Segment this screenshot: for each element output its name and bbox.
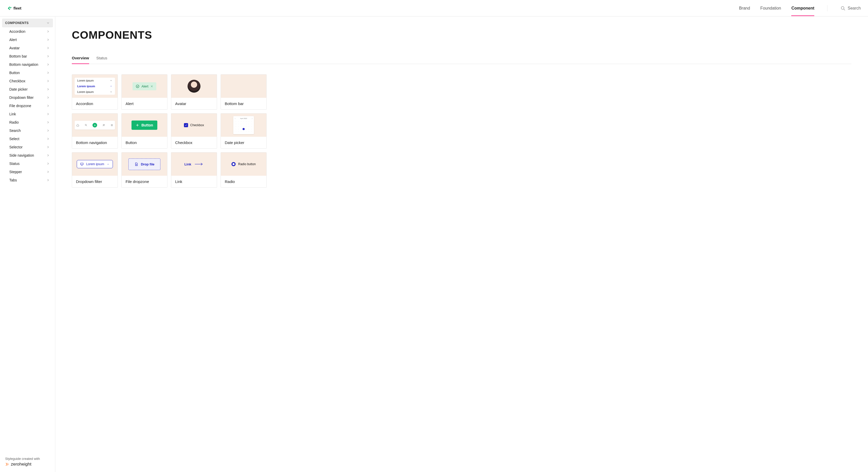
card-bottom-bar[interactable]: Bottom bar: [221, 74, 267, 110]
zeroheight-brand[interactable]: zeroheight: [5, 462, 50, 467]
calendar-cell: ·: [248, 120, 250, 122]
radio-checked-icon: [231, 162, 236, 166]
svg-line-1: [844, 9, 845, 10]
chevron-right-icon: [46, 38, 50, 41]
radio-preview: Radio button: [231, 162, 256, 166]
chevron-right-icon: [46, 162, 50, 165]
svg-point-8: [104, 125, 104, 126]
nav-component[interactable]: Component: [791, 1, 814, 16]
sidebar-item-label: Radio: [9, 120, 19, 124]
sidebar-item-accordion[interactable]: Accordion: [2, 27, 53, 36]
sidebar-item-tabs[interactable]: Tabs: [2, 176, 53, 184]
sidebar-item-radio[interactable]: Radio: [2, 118, 53, 127]
search-button[interactable]: Search: [840, 6, 861, 11]
calendar-cell: ·: [235, 128, 237, 130]
card-accordion[interactable]: Lorem ipsum Lorem ipsum Lorem ipsum Acco…: [72, 74, 118, 110]
card-label: Bottom bar: [221, 98, 266, 109]
primary-nav: Brand Foundation Component Search: [739, 1, 861, 16]
sidebar-item-alert[interactable]: Alert: [2, 36, 53, 44]
chevron-right-icon: [46, 178, 50, 182]
card-file-dropzone[interactable]: Drop file File dropzone: [121, 152, 167, 188]
chevron-right-icon: [46, 154, 50, 157]
checkbox-checked-icon: ✓: [184, 123, 188, 127]
card-checkbox[interactable]: ✓ Checkbox Checkbox: [171, 113, 217, 149]
calendar-cell: ·: [238, 128, 240, 130]
nav-brand[interactable]: Brand: [739, 1, 750, 16]
accordion-row-label: Lorem ipsum: [77, 85, 95, 88]
tab-status[interactable]: Status: [96, 56, 107, 64]
sidebar-group-components[interactable]: COMPONENTS: [2, 19, 53, 27]
sidebar-item-label: Select: [9, 137, 20, 141]
checkbox-preview: ✓ Checkbox: [184, 123, 204, 127]
card-bottom-navigation[interactable]: + Bottom navigation: [72, 113, 118, 149]
avatar-preview: [188, 80, 200, 93]
calendar-cell: ·: [238, 126, 240, 128]
sidebar-item-button[interactable]: Button: [2, 69, 53, 77]
calendar-cell: ·: [250, 126, 252, 128]
sidebar-item-label: Checkbox: [9, 79, 25, 83]
calendar-cell: ·: [240, 126, 242, 128]
page-tabs: Overview Status: [72, 56, 851, 64]
link-preview: Link: [184, 162, 204, 166]
sidebar-item-checkbox[interactable]: Checkbox: [2, 77, 53, 85]
card-preview: [171, 75, 217, 98]
check-circle-icon: [135, 85, 140, 88]
accordion-row-label: Lorem ipsum: [77, 79, 94, 82]
card-label: Dropdown filter: [72, 176, 118, 188]
sidebar-item-search[interactable]: Search: [2, 127, 53, 135]
sidebar-item-label: Bottom navigation: [9, 63, 38, 67]
sidebar-item-label: Search: [9, 129, 21, 133]
card-alert[interactable]: Alert Alert: [121, 74, 167, 110]
calendar-year: 2022: [244, 118, 247, 119]
card-preview: Link: [171, 153, 217, 176]
card-avatar[interactable]: Avatar: [171, 74, 217, 110]
link-text: Link: [184, 162, 191, 166]
content-area: COMPONENTS Overview Status Lorem ipsum L…: [55, 16, 868, 472]
chevron-right-icon: [46, 79, 50, 83]
nav-foundation[interactable]: Foundation: [760, 1, 781, 16]
sidebar-item-label: Button: [9, 71, 20, 75]
sidebar-item-dropdown-filter[interactable]: Dropdown filter: [2, 93, 53, 102]
sidebar-item-label: Date picker: [9, 87, 28, 91]
sidebar-item-link[interactable]: Link: [2, 110, 53, 118]
brand-logo[interactable]: fleet: [7, 6, 22, 10]
sidebar-item-select[interactable]: Select: [2, 135, 53, 143]
calendar-cell: ·: [245, 120, 247, 122]
card-date-picker[interactable]: ‹ April 2022 › ·························…: [221, 113, 267, 149]
calendar-month: April: [240, 118, 243, 119]
sidebar-item-label: Stepper: [9, 170, 22, 174]
chevron-right-icon: [46, 30, 50, 33]
sidebar-group-title: COMPONENTS: [5, 21, 29, 25]
calendar-cell: ·: [248, 123, 250, 125]
card-preview: +: [72, 113, 118, 137]
chevron-right-icon: [46, 112, 50, 116]
card-radio[interactable]: Radio button Radio: [221, 152, 267, 188]
card-label: Avatar: [171, 98, 217, 109]
tab-overview[interactable]: Overview: [72, 56, 89, 64]
sidebar-item-bottom-navigation[interactable]: Bottom navigation: [2, 60, 53, 69]
chevron-right-icon: [46, 55, 50, 58]
card-dropdown-filter[interactable]: Lorem ipsum Dropdown filter: [72, 152, 118, 188]
sidebar-item-bottom-bar[interactable]: Bottom bar: [2, 52, 53, 60]
app-header: fleet Brand Foundation Component Search: [0, 0, 868, 16]
page-title: COMPONENTS: [72, 29, 851, 41]
dropdown-preview: Lorem ipsum: [77, 160, 113, 168]
sidebar-item-stepper[interactable]: Stepper: [2, 168, 53, 176]
sidebar-item-side-navigation[interactable]: Side navigation: [2, 151, 53, 160]
search-icon: [85, 124, 88, 127]
sidebar-item-status[interactable]: Status: [2, 160, 53, 168]
sidebar-item-avatar[interactable]: Avatar: [2, 44, 53, 52]
search-icon: [840, 6, 845, 11]
dropzone-text: Drop file: [141, 162, 154, 166]
sidebar-item-date-picker[interactable]: Date picker: [2, 85, 53, 93]
sidebar-item-file-dropzone[interactable]: File dropzone: [2, 102, 53, 110]
card-button[interactable]: Button Button: [121, 113, 167, 149]
chevron-right-icon: [46, 129, 50, 132]
calendar-cell: ·: [245, 126, 247, 128]
dropdown-text: Lorem ipsum: [86, 162, 104, 166]
sidebar-item-selector[interactable]: Selector: [2, 143, 53, 151]
dropzone-preview: Drop file: [128, 159, 160, 170]
chevron-up-icon: [107, 163, 110, 166]
calendar-cell: ·: [235, 123, 237, 125]
card-link[interactable]: Link Link: [171, 152, 217, 188]
